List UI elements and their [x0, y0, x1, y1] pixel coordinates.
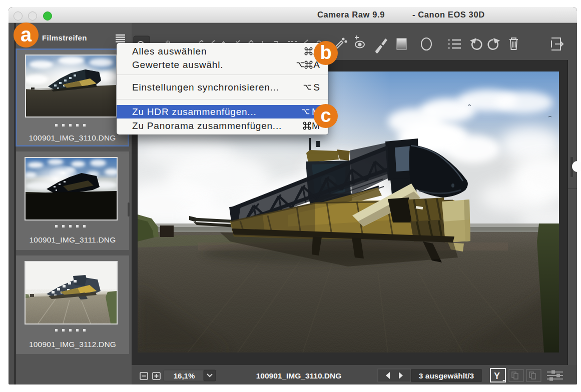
svg-text:16,1%: 16,1% — [174, 372, 195, 380]
svg-text:3 ausgewählt/3: 3 ausgewählt/3 — [419, 372, 474, 380]
svg-text:Y: Y — [494, 371, 500, 381]
svg-text:100901_IMG_3110.DNG: 100901_IMG_3110.DNG — [256, 372, 342, 380]
